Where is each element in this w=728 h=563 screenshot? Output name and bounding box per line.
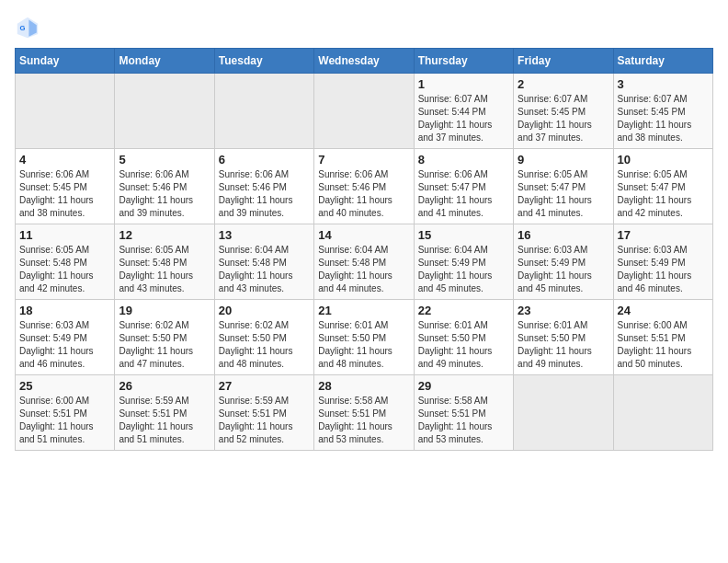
day-info: Sunrise: 6:04 AMSunset: 5:48 PMDaylight:…	[318, 244, 409, 295]
day-number: 27	[219, 379, 310, 393]
table-cell: 4Sunrise: 6:06 AMSunset: 5:45 PMDaylight…	[16, 149, 115, 224]
day-info: Sunrise: 6:01 AMSunset: 5:50 PMDaylight:…	[418, 319, 509, 371]
header-saturday: Saturday	[613, 49, 712, 74]
day-number: 10	[618, 153, 709, 167]
day-info: Sunrise: 6:02 AMSunset: 5:50 PMDaylight:…	[119, 319, 210, 371]
table-cell: 27Sunrise: 5:59 AMSunset: 5:51 PMDayligh…	[214, 375, 313, 451]
day-info: Sunrise: 6:05 AMSunset: 5:48 PMDaylight:…	[119, 244, 210, 295]
table-cell: 26Sunrise: 5:59 AMSunset: 5:51 PMDayligh…	[115, 375, 214, 451]
day-number: 9	[518, 153, 609, 167]
table-cell: 20Sunrise: 6:02 AMSunset: 5:50 PMDayligh…	[214, 300, 313, 375]
table-cell: 7Sunrise: 6:06 AMSunset: 5:46 PMDaylight…	[314, 149, 414, 224]
table-cell	[613, 375, 712, 451]
table-cell: 15Sunrise: 6:04 AMSunset: 5:49 PMDayligh…	[414, 224, 513, 300]
day-number: 7	[318, 153, 409, 167]
week-row-2: 4Sunrise: 6:06 AMSunset: 5:45 PMDaylight…	[16, 149, 713, 224]
day-number: 3	[618, 77, 709, 91]
table-cell: 3Sunrise: 6:07 AMSunset: 5:45 PMDaylight…	[613, 74, 712, 149]
day-number: 15	[418, 228, 509, 242]
day-info: Sunrise: 6:06 AMSunset: 5:47 PMDaylight:…	[418, 168, 509, 220]
table-cell: 12Sunrise: 6:05 AMSunset: 5:48 PMDayligh…	[115, 224, 214, 300]
table-cell: 14Sunrise: 6:04 AMSunset: 5:48 PMDayligh…	[314, 224, 414, 300]
day-number: 26	[119, 379, 210, 393]
table-cell	[214, 74, 313, 149]
day-number: 16	[518, 228, 609, 242]
day-info: Sunrise: 6:04 AMSunset: 5:48 PMDaylight:…	[219, 244, 310, 295]
table-cell: 25Sunrise: 6:00 AMSunset: 5:51 PMDayligh…	[16, 375, 115, 451]
day-info: Sunrise: 6:06 AMSunset: 5:46 PMDaylight:…	[318, 168, 409, 220]
day-info: Sunrise: 6:07 AMSunset: 5:45 PMDaylight:…	[618, 93, 709, 144]
day-number: 24	[618, 304, 709, 317]
day-info: Sunrise: 6:07 AMSunset: 5:45 PMDaylight:…	[518, 93, 609, 144]
table-cell: 16Sunrise: 6:03 AMSunset: 5:49 PMDayligh…	[514, 224, 613, 300]
day-number: 18	[19, 304, 110, 317]
day-info: Sunrise: 6:06 AMSunset: 5:46 PMDaylight:…	[119, 168, 210, 220]
day-info: Sunrise: 6:03 AMSunset: 5:49 PMDaylight:…	[618, 244, 709, 295]
table-cell	[115, 74, 214, 149]
table-cell: 11Sunrise: 6:05 AMSunset: 5:48 PMDayligh…	[16, 224, 115, 300]
day-info: Sunrise: 5:59 AMSunset: 5:51 PMDaylight:…	[119, 395, 210, 446]
day-info: Sunrise: 6:05 AMSunset: 5:47 PMDaylight:…	[618, 168, 709, 220]
days-of-week-row: SundayMondayTuesdayWednesdayThursdayFrid…	[16, 49, 713, 74]
day-number: 5	[119, 153, 210, 167]
day-number: 4	[19, 153, 110, 167]
week-row-1: 1Sunrise: 6:07 AMSunset: 5:44 PMDaylight…	[16, 74, 713, 149]
day-number: 21	[318, 304, 409, 317]
calendar-body: 1Sunrise: 6:07 AMSunset: 5:44 PMDaylight…	[16, 74, 713, 451]
table-cell: 2Sunrise: 6:07 AMSunset: 5:45 PMDaylight…	[514, 74, 613, 149]
day-info: Sunrise: 5:58 AMSunset: 5:51 PMDaylight:…	[318, 395, 409, 446]
day-info: Sunrise: 5:59 AMSunset: 5:51 PMDaylight:…	[219, 395, 310, 446]
day-info: Sunrise: 6:03 AMSunset: 5:49 PMDaylight:…	[19, 319, 110, 371]
day-info: Sunrise: 6:01 AMSunset: 5:50 PMDaylight:…	[518, 319, 609, 371]
header-friday: Friday	[514, 49, 613, 74]
day-number: 23	[518, 304, 609, 317]
table-cell: 5Sunrise: 6:06 AMSunset: 5:46 PMDaylight…	[115, 149, 214, 224]
day-number: 13	[219, 228, 310, 242]
calendar-table: SundayMondayTuesdayWednesdayThursdayFrid…	[15, 48, 713, 451]
header-sunday: Sunday	[16, 49, 115, 74]
day-info: Sunrise: 6:07 AMSunset: 5:44 PMDaylight:…	[418, 93, 509, 144]
day-info: Sunrise: 6:00 AMSunset: 5:51 PMDaylight:…	[618, 319, 709, 371]
table-cell: 24Sunrise: 6:00 AMSunset: 5:51 PMDayligh…	[613, 300, 712, 375]
day-info: Sunrise: 6:06 AMSunset: 5:46 PMDaylight:…	[219, 168, 310, 220]
table-cell: 10Sunrise: 6:05 AMSunset: 5:47 PMDayligh…	[613, 149, 712, 224]
calendar-header: SundayMondayTuesdayWednesdayThursdayFrid…	[16, 49, 713, 74]
header: G	[15, 15, 713, 40]
header-wednesday: Wednesday	[314, 49, 414, 74]
day-info: Sunrise: 6:06 AMSunset: 5:45 PMDaylight:…	[19, 168, 110, 220]
day-info: Sunrise: 6:01 AMSunset: 5:50 PMDaylight:…	[318, 319, 409, 371]
table-cell: 28Sunrise: 5:58 AMSunset: 5:51 PMDayligh…	[314, 375, 414, 451]
table-cell	[514, 375, 613, 451]
day-info: Sunrise: 6:05 AMSunset: 5:47 PMDaylight:…	[518, 168, 609, 220]
day-number: 1	[418, 77, 509, 91]
day-number: 12	[119, 228, 210, 242]
table-cell	[314, 74, 414, 149]
week-row-4: 18Sunrise: 6:03 AMSunset: 5:49 PMDayligh…	[16, 300, 713, 375]
logo: G	[15, 15, 44, 40]
day-number: 17	[618, 228, 709, 242]
table-cell: 13Sunrise: 6:04 AMSunset: 5:48 PMDayligh…	[214, 224, 313, 300]
day-info: Sunrise: 5:58 AMSunset: 5:51 PMDaylight:…	[418, 395, 509, 446]
header-monday: Monday	[115, 49, 214, 74]
day-number: 2	[518, 77, 609, 91]
table-cell: 1Sunrise: 6:07 AMSunset: 5:44 PMDaylight…	[414, 74, 513, 149]
table-cell: 23Sunrise: 6:01 AMSunset: 5:50 PMDayligh…	[514, 300, 613, 375]
day-number: 28	[318, 379, 409, 393]
table-cell: 8Sunrise: 6:06 AMSunset: 5:47 PMDaylight…	[414, 149, 513, 224]
day-number: 6	[219, 153, 310, 167]
day-info: Sunrise: 6:00 AMSunset: 5:51 PMDaylight:…	[19, 395, 110, 446]
day-info: Sunrise: 6:02 AMSunset: 5:50 PMDaylight:…	[219, 319, 310, 371]
table-cell: 6Sunrise: 6:06 AMSunset: 5:46 PMDaylight…	[214, 149, 313, 224]
day-number: 8	[418, 153, 509, 167]
table-cell: 29Sunrise: 5:58 AMSunset: 5:51 PMDayligh…	[414, 375, 513, 451]
table-cell	[16, 74, 115, 149]
header-tuesday: Tuesday	[214, 49, 313, 74]
table-cell: 17Sunrise: 6:03 AMSunset: 5:49 PMDayligh…	[613, 224, 712, 300]
week-row-3: 11Sunrise: 6:05 AMSunset: 5:48 PMDayligh…	[16, 224, 713, 300]
table-cell: 19Sunrise: 6:02 AMSunset: 5:50 PMDayligh…	[115, 300, 214, 375]
week-row-5: 25Sunrise: 6:00 AMSunset: 5:51 PMDayligh…	[16, 375, 713, 451]
svg-text:G: G	[20, 24, 26, 32]
day-number: 25	[19, 379, 110, 393]
day-number: 14	[318, 228, 409, 242]
table-cell: 22Sunrise: 6:01 AMSunset: 5:50 PMDayligh…	[414, 300, 513, 375]
